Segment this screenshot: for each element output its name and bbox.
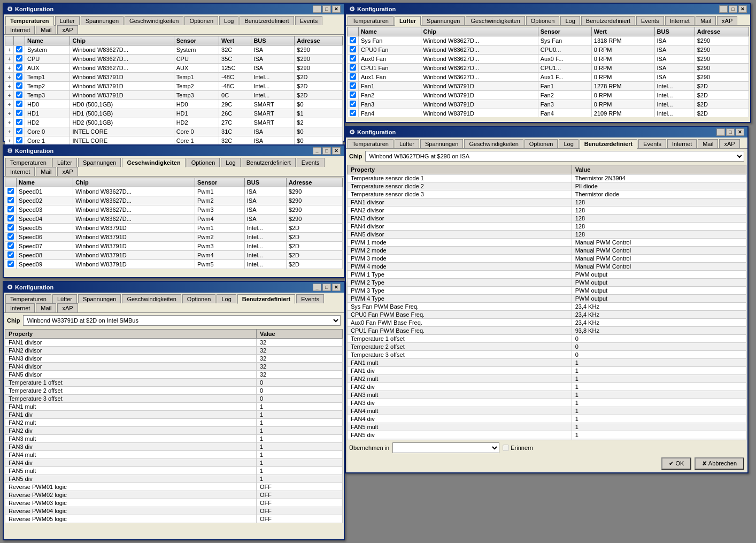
check-cell[interactable] xyxy=(14,91,25,100)
check-cell-l[interactable] xyxy=(348,64,359,73)
row-checkbox[interactable] xyxy=(16,110,22,116)
tab-events-kl[interactable]: Events xyxy=(296,294,324,303)
tab-spannungen-s[interactable]: Spannungen xyxy=(78,158,121,167)
tab-log-s[interactable]: Log xyxy=(221,158,240,167)
tab-temperaturen[interactable]: Temperaturen xyxy=(5,16,54,26)
check-cell-sp[interactable] xyxy=(5,196,17,205)
check-cell[interactable] xyxy=(14,127,25,136)
check-cell-sp[interactable] xyxy=(5,233,17,242)
row-checkbox[interactable] xyxy=(16,46,22,52)
tab-xap-kl[interactable]: xAP xyxy=(57,303,78,312)
expand-cell[interactable]: + xyxy=(5,127,14,136)
row-checkbox-l[interactable] xyxy=(350,55,356,62)
ok-btn-kr[interactable]: ✔ OK xyxy=(661,457,691,470)
tab-events-l[interactable]: Events xyxy=(636,16,664,25)
tab-luefter-s[interactable]: Lüfter xyxy=(52,158,77,167)
row-checkbox-sp[interactable] xyxy=(7,261,14,267)
row-checkbox-l[interactable] xyxy=(350,37,356,43)
tab-geschw-l[interactable]: Geschwindigkeiten xyxy=(466,16,524,25)
row-checkbox-sp[interactable] xyxy=(7,206,14,212)
expand-cell[interactable]: + xyxy=(5,109,14,118)
tab-benutzer-s[interactable]: Benutzerdefiniert xyxy=(242,158,296,167)
maximize-btn-temp[interactable]: □ xyxy=(322,5,331,13)
row-checkbox-l[interactable] xyxy=(350,73,356,80)
tab-events-kr[interactable]: Events xyxy=(638,139,666,148)
tab-mail-l[interactable]: Mail xyxy=(696,16,716,25)
expand-cell[interactable]: + xyxy=(5,91,14,100)
tab-internet-l[interactable]: Internet xyxy=(665,16,695,25)
check-cell-sp[interactable] xyxy=(5,205,17,215)
check-cell-l[interactable] xyxy=(348,45,359,55)
tab-geschw-t[interactable]: Geschwindigkeiten xyxy=(125,16,183,25)
close-btn-kr[interactable]: ✕ xyxy=(736,128,744,136)
tab-optionen-l[interactable]: Optionen xyxy=(526,16,560,25)
tab-benutzer-t[interactable]: Benutzerdefiniert xyxy=(240,16,294,25)
tab-temp-s[interactable]: Temperaturen xyxy=(5,158,51,167)
tab-luefter-t[interactable]: Lüfter xyxy=(55,16,80,25)
maximize-btn-speed[interactable]: □ xyxy=(322,147,331,155)
row-checkbox-sp[interactable] xyxy=(7,188,14,194)
tab-temp-kl[interactable]: Temperaturen xyxy=(5,294,51,303)
row-checkbox[interactable] xyxy=(16,137,22,143)
expand-cell[interactable]: + xyxy=(5,136,14,146)
row-checkbox[interactable] xyxy=(16,101,22,107)
tab-events-t[interactable]: Events xyxy=(295,16,323,25)
tab-temp-l[interactable]: Temperaturen xyxy=(348,16,394,25)
tab-optionen-t[interactable]: Optionen xyxy=(184,16,218,25)
tab-geschw-kl[interactable]: Geschwindigkeiten xyxy=(122,294,181,303)
tab-xap-t[interactable]: xAP xyxy=(57,25,78,34)
check-cell-sp[interactable] xyxy=(5,215,17,224)
tab-xap-kr[interactable]: xAP xyxy=(719,139,739,148)
check-cell-sp[interactable] xyxy=(5,242,17,251)
tab-mail-t[interactable]: Mail xyxy=(36,25,56,34)
minimize-btn-temp[interactable]: _ xyxy=(313,5,321,13)
check-cell[interactable] xyxy=(14,73,25,82)
tab-log-kl[interactable]: Log xyxy=(217,294,236,303)
maximize-btn-kl[interactable]: □ xyxy=(322,284,331,291)
tab-benutzer-kr[interactable]: Benutzerdefiniert xyxy=(580,139,637,149)
check-cell[interactable] xyxy=(14,100,25,109)
tab-optionen-kl[interactable]: Optionen xyxy=(182,294,216,303)
tab-mail-s[interactable]: Mail xyxy=(36,167,56,176)
tab-luefter-kl[interactable]: Lüfter xyxy=(52,294,77,303)
check-cell-l[interactable] xyxy=(348,91,359,100)
check-cell-l[interactable] xyxy=(348,36,359,45)
tab-spannungen-kl[interactable]: Spannungen xyxy=(78,294,121,303)
close-btn-speed[interactable]: ✕ xyxy=(332,147,341,155)
row-checkbox-sp[interactable] xyxy=(7,215,14,221)
tab-luefter-l[interactable]: Lüfter xyxy=(395,16,421,26)
check-cell-sp[interactable] xyxy=(5,224,17,233)
row-checkbox[interactable] xyxy=(16,73,22,80)
tab-log-l[interactable]: Log xyxy=(560,16,580,25)
minimize-btn-kr[interactable]: _ xyxy=(716,128,725,136)
minimize-btn-kl[interactable]: _ xyxy=(313,284,321,291)
tab-benutzer-kl[interactable]: Benutzerdefiniert xyxy=(237,294,295,304)
row-checkbox[interactable] xyxy=(16,64,22,71)
row-checkbox-l[interactable] xyxy=(350,91,356,98)
check-cell[interactable] xyxy=(14,55,25,64)
tab-geschw-kr[interactable]: Geschwindigkeiten xyxy=(464,139,523,148)
erinnern-checkbox-kr[interactable] xyxy=(503,445,509,451)
erinnern-check-kr[interactable]: Erinnern xyxy=(503,445,533,451)
check-cell-sp[interactable] xyxy=(5,187,17,196)
tab-xap-l[interactable]: xAP xyxy=(717,16,737,25)
row-checkbox-l[interactable] xyxy=(350,46,356,52)
row-checkbox-sp[interactable] xyxy=(7,242,14,249)
tab-luefter-kr[interactable]: Lüfter xyxy=(395,139,419,148)
tab-internet-kr[interactable]: Internet xyxy=(667,139,697,148)
row-checkbox[interactable] xyxy=(16,91,22,98)
tab-optionen-kr[interactable]: Optionen xyxy=(524,139,558,148)
tab-spannungen-l[interactable]: Spannungen xyxy=(422,16,465,25)
check-cell[interactable] xyxy=(14,136,25,146)
check-cell[interactable] xyxy=(14,64,25,73)
tab-temp-kr[interactable]: Temperaturen xyxy=(348,139,394,148)
maximize-btn-kr[interactable]: □ xyxy=(726,128,735,136)
minimize-btn-luefter[interactable]: _ xyxy=(719,5,728,13)
tab-benutzer-l[interactable]: Benutzerdefiniert xyxy=(581,16,635,25)
check-cell[interactable] xyxy=(14,82,25,91)
check-cell[interactable] xyxy=(14,118,25,127)
expand-cell[interactable]: + xyxy=(5,64,14,73)
expand-cell[interactable]: + xyxy=(5,73,14,82)
tab-xap-s[interactable]: xAP xyxy=(57,167,78,176)
tab-internet-t[interactable]: Internet xyxy=(5,25,35,34)
